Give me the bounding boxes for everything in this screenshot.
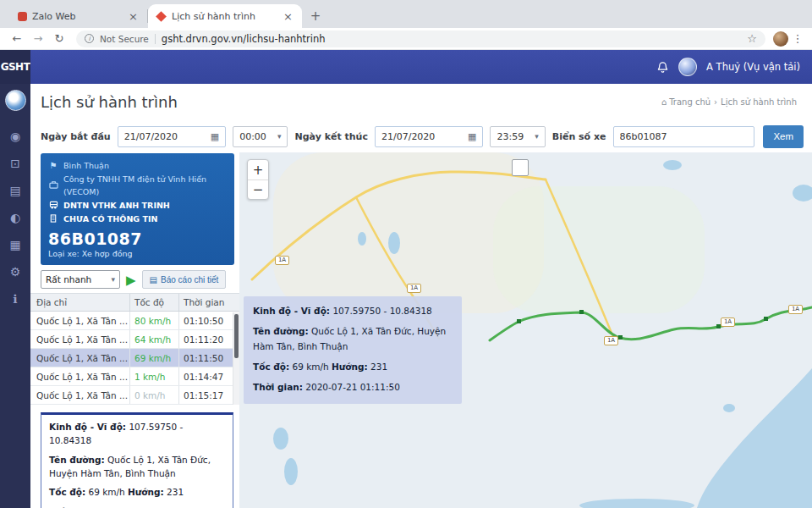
- address-bar[interactable]: i Not Secure gsht.drvn.gov.vn/lichsu-han…: [76, 30, 765, 47]
- route-marker: [618, 335, 623, 340]
- app-header-bar: A Thuỷ (Vụ vận tải): [30, 50, 812, 84]
- route-marker: [579, 310, 584, 314]
- view-button[interactable]: Xem: [763, 125, 804, 148]
- lake: [273, 428, 288, 450]
- playback-controls: Rất nhanh ▾ ▶ ▤ Báo cáo chi tiết: [41, 270, 234, 289]
- tab-zalo-web[interactable]: Zalo Web ×: [10, 4, 147, 28]
- breadcrumb-current: Lịch sử hành trình: [721, 97, 797, 107]
- sidebar-settings-icon[interactable]: ⚙: [10, 266, 21, 278]
- vehicle-info-card: ⚑ Bình Thuận Công ty TNHH TM điện tử Vin…: [41, 153, 234, 265]
- end-date-input[interactable]: 21/07/2020 ▦: [375, 126, 483, 147]
- road-badge: 1A: [604, 336, 618, 345]
- briefcase-icon: [48, 180, 58, 190]
- detailed-report-button[interactable]: ▤ Báo cáo chi tiết: [142, 270, 227, 289]
- chevron-down-icon: ▾: [277, 132, 282, 141]
- sidebar: ◉ ⊡ ▤ ◐ ▦ ⚙ ℹ: [0, 84, 30, 508]
- route-marker: [764, 317, 768, 321]
- tab-journey-history[interactable]: Lịch sử hành trình ×: [148, 4, 302, 28]
- sidebar-map-icon[interactable]: ◐: [10, 212, 20, 224]
- play-button[interactable]: ▶: [126, 273, 136, 286]
- table-header-row: Địa chỉ Tốc độ Thời gian: [30, 293, 239, 312]
- sidebar-archive-icon[interactable]: ▦: [9, 239, 20, 251]
- scrollbar-thumb[interactable]: [234, 314, 239, 358]
- table-row[interactable]: Quốc Lộ 1, Xã Tân ... 64 km/h 01:11:20: [30, 330, 239, 349]
- map-layers-control[interactable]: [512, 159, 529, 176]
- calendar-icon[interactable]: ▦: [211, 131, 219, 142]
- breadcrumb-home-link[interactable]: ⌂ Trang chủ: [661, 97, 710, 107]
- browser-toolbar: ← → ↻ i Not Secure gsht.drvn.gov.vn/lich…: [0, 28, 812, 50]
- content: ⚑ Bình Thuận Công ty TNHH TM điện tử Vin…: [30, 152, 812, 508]
- forward-icon[interactable]: →: [29, 33, 47, 44]
- browser-menu-icon[interactable]: ⋮: [791, 32, 804, 45]
- road-badge: 1A: [275, 256, 289, 265]
- start-date-input[interactable]: 21/07/2020 ▦: [118, 126, 226, 147]
- sidebar-reports-icon[interactable]: ▤: [9, 185, 20, 196]
- column-header-time[interactable]: Thời gian: [179, 294, 239, 311]
- site-info-icon[interactable]: i: [85, 34, 94, 43]
- bookmark-star-icon[interactable]: ☆: [747, 32, 757, 45]
- user-name[interactable]: A Thuỷ (Vụ vận tải): [706, 61, 800, 73]
- plate-label: Biển số xe: [552, 131, 606, 142]
- lake: [388, 232, 400, 254]
- home-icon: ⌂: [661, 97, 667, 107]
- notifications-bell-icon[interactable]: [656, 61, 669, 74]
- omnibox-divider: [155, 34, 156, 44]
- tab-title: Lịch sử hành trình: [172, 11, 277, 22]
- zoom-out-button[interactable]: −: [248, 179, 268, 199]
- chevron-down-icon: ▾: [535, 132, 539, 141]
- browser-profile-avatar[interactable]: [773, 31, 788, 47]
- map[interactable]: 1A 1A 1A 1A 1A + − Kinh độ - Vĩ độ: 107.…: [239, 152, 812, 508]
- road-badge: 1A: [788, 305, 803, 314]
- column-header-address[interactable]: Địa chỉ: [30, 294, 130, 311]
- chevron-down-icon: ▾: [111, 275, 115, 284]
- reload-icon[interactable]: ↻: [50, 33, 69, 44]
- back-icon[interactable]: ←: [8, 33, 26, 44]
- table-row[interactable]: Quốc Lộ 1, Xã Tân ... 0 km/h 01:15:17: [30, 386, 239, 405]
- security-label: Not Secure: [100, 34, 149, 44]
- lake: [723, 404, 735, 412]
- report-icon: ▤: [150, 275, 157, 284]
- table-row[interactable]: Quốc Lộ 1, Xã Tân ... 1 km/h 01:14:47: [30, 367, 239, 386]
- vehicle-company: Công ty TNHH TM điện tử Vinh Hiển (VECOM…: [48, 173, 227, 199]
- table-scrollbar[interactable]: [233, 312, 239, 405]
- tab-close-icon[interactable]: ×: [282, 11, 294, 22]
- table-row-selected[interactable]: Quốc Lộ 1, Xã Tân ... 69 km/h 01:11:50: [30, 349, 239, 367]
- app-logo[interactable]: GSHT: [0, 50, 30, 84]
- sidebar-dashboard-icon[interactable]: ◉: [10, 130, 20, 142]
- sidebar-info-icon[interactable]: ℹ: [13, 293, 17, 305]
- lake: [358, 232, 366, 246]
- plate-input[interactable]: [613, 126, 755, 147]
- gsht-logo-avatar[interactable]: [5, 90, 26, 111]
- tab-title: Zalo Web: [32, 11, 122, 22]
- start-time-select[interactable]: 00:00 ▾: [233, 126, 288, 147]
- breadcrumb: ⌂ Trang chủ › Lịch sử hành trình: [661, 97, 797, 107]
- map-zoom-control: + −: [247, 159, 269, 200]
- new-tab-button[interactable]: +: [305, 6, 326, 26]
- coast-water: [579, 499, 694, 508]
- zoom-in-button[interactable]: +: [248, 160, 268, 179]
- playback-speed-select[interactable]: Rất nhanh ▾: [41, 270, 120, 289]
- body: ◉ ⊡ ▤ ◐ ▦ ⚙ ℹ Lịch sử hành trình ⌂ Trang…: [0, 84, 812, 508]
- lake: [793, 185, 812, 202]
- zalo-favicon-icon: [18, 12, 27, 21]
- terrain-patch: [493, 186, 705, 313]
- column-header-speed[interactable]: Tốc độ: [130, 294, 179, 311]
- browser-tab-bar: Zalo Web × Lịch sử hành trình × +: [0, 0, 812, 28]
- tab-close-icon[interactable]: ×: [127, 11, 140, 22]
- sea-water: [697, 368, 812, 508]
- detail-panel: Kinh độ - Vĩ độ: 107.59750 - 10.84318 Tê…: [41, 412, 233, 508]
- gsht-favicon-icon: [156, 11, 167, 22]
- breadcrumb-separator: ›: [714, 97, 717, 107]
- end-time-select[interactable]: 23:59 ▾: [490, 126, 545, 147]
- road-badge: 1A: [721, 318, 735, 327]
- table-row[interactable]: Quốc Lộ 1, Xã Tân ... 80 km/h 01:10:50: [30, 312, 239, 330]
- filter-bar: Ngày bắt đầu 21/07/2020 ▦ 00:00 ▾ Ngày k…: [30, 120, 812, 152]
- sidebar-monitor-icon[interactable]: ⊡: [10, 157, 20, 169]
- page-title: Lịch sử hành trình: [41, 93, 178, 111]
- lake: [284, 458, 298, 485]
- user-avatar[interactable]: [678, 58, 697, 76]
- url-text[interactable]: gsht.drvn.gov.vn/lichsu-hanhtrinh: [162, 33, 326, 45]
- calendar-icon[interactable]: ▦: [468, 131, 476, 142]
- left-panel: ⚑ Bình Thuận Công ty TNHH TM điện tử Vin…: [30, 152, 239, 508]
- vehicle-plate: 86B01087: [48, 229, 227, 248]
